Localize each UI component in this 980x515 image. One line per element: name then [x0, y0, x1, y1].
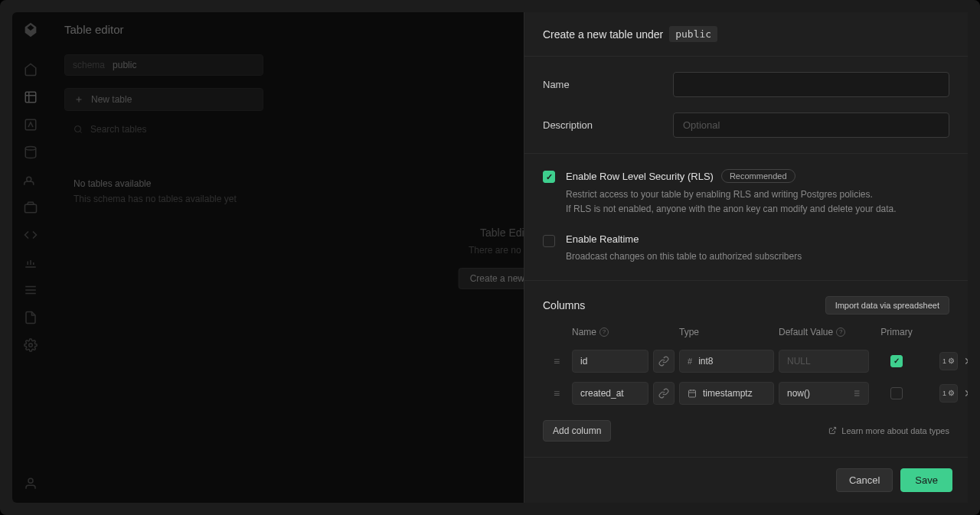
learn-more-link[interactable]: Learn more about data types — [828, 426, 949, 435]
add-column-button[interactable]: Add column — [543, 420, 611, 442]
realtime-desc: Broadcast changes on this table to autho… — [566, 249, 949, 264]
panel-footer: Cancel Save — [524, 457, 968, 503]
column-headers: Name? Type Default Value? Primary — [543, 327, 949, 337]
primary-checkbox[interactable] — [890, 387, 903, 399]
header-name: Name — [572, 327, 596, 337]
columns-title: Columns — [543, 299, 585, 311]
save-button[interactable]: Save — [900, 468, 952, 492]
column-row: ≡ # int8 NULL 1⚙ ✕ — [543, 345, 949, 377]
column-settings-button[interactable]: 1⚙ — [939, 352, 958, 370]
description-input[interactable] — [673, 112, 949, 138]
column-name-input[interactable] — [572, 382, 648, 405]
calendar-icon — [688, 389, 697, 398]
drag-handle-icon[interactable]: ≡ — [546, 387, 567, 399]
default-value: NULL — [787, 356, 811, 367]
column-row: ≡ timestamptz now() 1⚙ ✕ — [543, 377, 949, 409]
help-icon[interactable]: ? — [599, 328, 609, 337]
column-default-input[interactable]: now() — [779, 382, 869, 405]
schema-badge: public — [669, 26, 717, 42]
drag-handle-icon[interactable]: ≡ — [546, 355, 567, 367]
type-value: timestamptz — [703, 388, 753, 399]
primary-checkbox[interactable] — [890, 355, 903, 367]
description-label: Description — [543, 119, 673, 131]
column-settings-button[interactable]: 1⚙ — [939, 384, 958, 403]
learn-more-text: Learn more about data types — [841, 426, 949, 435]
link-icon[interactable] — [653, 382, 675, 405]
name-input[interactable] — [673, 72, 949, 97]
type-value: int8 — [698, 356, 713, 367]
panel-header: Create a new table under public — [524, 12, 968, 57]
header-default: Default Value — [779, 327, 833, 337]
realtime-checkbox[interactable] — [543, 235, 555, 247]
list-icon — [851, 389, 861, 398]
realtime-title: Enable Realtime — [566, 233, 639, 245]
column-type-select[interactable]: # int8 — [679, 350, 774, 373]
recommended-badge: Recommended — [721, 169, 795, 183]
header-primary: Primary — [880, 327, 912, 337]
header-type: Type — [679, 327, 699, 337]
column-type-select[interactable]: timestamptz — [679, 382, 774, 405]
column-default-input[interactable]: NULL — [779, 350, 869, 373]
default-value: now() — [787, 388, 810, 399]
rls-title: Enable Row Level Security (RLS) — [566, 171, 714, 182]
remove-column-button[interactable]: ✕ — [961, 354, 968, 369]
panel-title: Create a new table under — [543, 28, 663, 41]
link-icon[interactable] — [653, 350, 675, 373]
external-link-icon — [828, 426, 837, 435]
import-spreadsheet-button[interactable]: Import data via spreadsheet — [825, 296, 949, 315]
help-icon[interactable]: ? — [836, 328, 845, 337]
rls-desc-2: If RLS is not enabled, anyone with the a… — [566, 202, 949, 217]
rls-desc-1: Restrict access to your table by enablin… — [566, 187, 949, 202]
column-name-input[interactable] — [572, 350, 648, 373]
hash-icon: # — [688, 357, 692, 366]
name-label: Name — [543, 79, 673, 90]
svg-rect-6 — [689, 390, 696, 397]
create-table-panel: Create a new table under public Name Des… — [524, 12, 968, 503]
remove-column-button[interactable]: ✕ — [961, 386, 968, 401]
rls-checkbox[interactable] — [543, 171, 555, 183]
cancel-button[interactable]: Cancel — [836, 468, 893, 492]
